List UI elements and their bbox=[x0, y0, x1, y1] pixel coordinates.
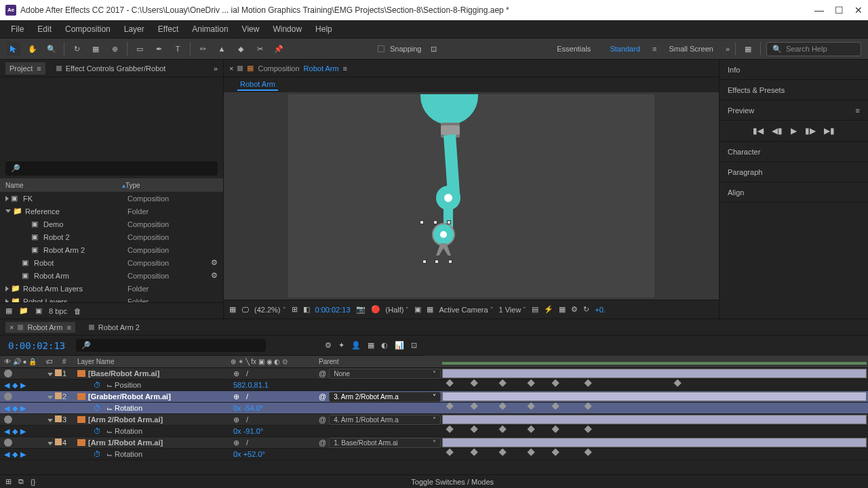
fast-preview-icon[interactable]: ⚡ bbox=[544, 305, 553, 314]
panbehind-tool-icon[interactable]: ⊕ bbox=[108, 42, 121, 56]
delete-icon[interactable]: 🗑 bbox=[74, 307, 81, 315]
play-icon[interactable]: ▶ bbox=[791, 126, 797, 136]
library-icon[interactable]: ▦ bbox=[741, 42, 755, 56]
stopwatch-icon[interactable]: ⏱ bbox=[94, 427, 101, 435]
stopwatch-icon[interactable]: ⏱ bbox=[94, 404, 101, 412]
align-panel-tab[interactable]: Align bbox=[719, 182, 868, 203]
keyframe-icon[interactable] bbox=[499, 426, 507, 433]
new-folder-icon[interactable]: 📁 bbox=[19, 306, 28, 315]
project-item[interactable]: ▣FKComposition bbox=[0, 192, 223, 205]
pixel-aspect-icon[interactable]: ▤ bbox=[532, 305, 538, 314]
keyframe-icon[interactable] bbox=[471, 380, 478, 387]
pickwhip-icon[interactable]: @ bbox=[319, 439, 326, 447]
visibility-toggle-icon[interactable] bbox=[4, 369, 12, 378]
keyframe-icon[interactable] bbox=[499, 380, 507, 387]
text-tool-icon[interactable]: T bbox=[171, 42, 184, 56]
shy-icon[interactable]: 👤 bbox=[351, 341, 361, 350]
keyframe-icon[interactable] bbox=[585, 403, 592, 410]
paragraph-panel-tab[interactable]: Paragraph bbox=[719, 162, 868, 182]
maximize-button[interactable]: ☐ bbox=[835, 5, 844, 16]
menu-animation[interactable]: Animation bbox=[186, 22, 233, 37]
next-keyframe-icon[interactable]: ▶ bbox=[20, 427, 26, 436]
selection-handle[interactable] bbox=[433, 220, 437, 224]
add-keyframe-icon[interactable]: ◆ bbox=[12, 381, 18, 390]
selection-handle[interactable] bbox=[435, 260, 439, 264]
snap-options-icon[interactable]: ⊡ bbox=[427, 42, 441, 56]
pickwhip-icon[interactable]: @ bbox=[319, 369, 326, 378]
camera-tool-icon[interactable]: ▦ bbox=[89, 42, 102, 56]
keyframe-icon[interactable] bbox=[585, 449, 592, 456]
next-frame-icon[interactable]: ▮▶ bbox=[805, 126, 816, 136]
prev-keyframe-icon[interactable]: ◀ bbox=[4, 404, 9, 413]
last-frame-icon[interactable]: ▶▮ bbox=[824, 126, 835, 136]
timecode-display[interactable]: 0:00:02:13 bbox=[315, 306, 351, 314]
tl-zoom-icon[interactable]: ⧉ bbox=[18, 477, 24, 486]
minimize-button[interactable]: — bbox=[814, 5, 824, 16]
keyframe-icon[interactable] bbox=[499, 403, 507, 410]
keyframe-icon[interactable] bbox=[528, 380, 535, 387]
parent-dropdown[interactable]: None˅ bbox=[329, 369, 441, 379]
channel-icon[interactable]: 🔴 bbox=[371, 305, 380, 314]
layer-duration-bar[interactable] bbox=[442, 438, 867, 447]
menu-layer[interactable]: Layer bbox=[119, 22, 150, 37]
property-value[interactable]: 0x +52.0° bbox=[233, 450, 265, 458]
timeline-timecode[interactable]: 0:00:02:13 bbox=[0, 340, 73, 351]
timeline-layer-row[interactable]: 3 [Arm 2/Robot Arm.ai] ⊕/ @4. Arm 1/Robo… bbox=[0, 414, 868, 426]
timeline-property-row[interactable]: ◀◆▶ ⏱⌙ Position 582.0,81.1 bbox=[0, 380, 868, 391]
effects-presets-panel-tab[interactable]: Effects & Presets bbox=[719, 80, 868, 100]
project-item[interactable]: 📁Robot LayersFolder bbox=[0, 295, 223, 302]
add-keyframe-icon[interactable]: ◆ bbox=[12, 404, 18, 413]
keyframe-icon[interactable] bbox=[585, 426, 592, 433]
tl-options-icon[interactable]: {} bbox=[31, 478, 35, 486]
draft-3d-icon[interactable]: ✦ bbox=[338, 341, 344, 350]
composition-name[interactable]: Robot Arm bbox=[304, 64, 339, 73]
layer-duration-bar[interactable] bbox=[442, 392, 867, 401]
comp-flowchart-icon[interactable]: ▦ bbox=[247, 64, 254, 73]
pickwhip-icon[interactable]: @ bbox=[319, 392, 326, 401]
keyframe-icon[interactable] bbox=[446, 426, 454, 433]
project-item[interactable]: ▣RobotComposition⚙ bbox=[0, 256, 223, 269]
visibility-toggle-icon[interactable] bbox=[4, 392, 12, 401]
keyframe-icon[interactable] bbox=[446, 403, 454, 410]
composition-viewer[interactable] bbox=[224, 92, 719, 300]
layer-duration-bar[interactable] bbox=[442, 369, 867, 378]
grid-icon[interactable]: ⊞ bbox=[292, 305, 298, 314]
stopwatch-icon[interactable]: ⏱ bbox=[94, 450, 101, 458]
keyframe-icon[interactable] bbox=[471, 449, 478, 456]
tab-close-icon[interactable]: × bbox=[229, 64, 233, 73]
visibility-toggle-icon[interactable] bbox=[4, 439, 12, 447]
timeline-search-input[interactable]: 🔎 bbox=[76, 339, 266, 352]
workspace-standard[interactable]: Standard bbox=[603, 42, 647, 56]
keyframe-icon[interactable] bbox=[552, 380, 559, 387]
timeline-property-row[interactable]: ◀◆▶ ⏱⌙ Rotation 0x +52.0° bbox=[0, 449, 868, 460]
stopwatch-icon[interactable]: ⏱ bbox=[94, 381, 101, 389]
menu-window[interactable]: Window bbox=[267, 22, 307, 37]
project-item[interactable]: ▣DemoComposition bbox=[0, 218, 223, 230]
panel-menu-icon[interactable]: ≡ bbox=[856, 106, 860, 115]
property-value[interactable]: 0x -91.0° bbox=[233, 427, 263, 435]
keyframe-icon[interactable] bbox=[471, 403, 478, 410]
workspace-menu-icon[interactable]: ≡ bbox=[652, 45, 656, 53]
snapping-checkbox[interactable] bbox=[378, 45, 384, 52]
keyframe-icon[interactable] bbox=[446, 380, 454, 387]
parent-dropdown[interactable]: 4. Arm 1/Robot Arm.a˅ bbox=[329, 415, 441, 425]
project-item[interactable]: ▣Robot 2Composition bbox=[0, 230, 223, 243]
snapshot-icon[interactable]: 📷 bbox=[356, 305, 366, 314]
flowchart-icon[interactable]: ⚙ bbox=[571, 305, 578, 314]
views-dropdown[interactable]: 1 View bbox=[499, 306, 527, 314]
timeline-layer-row[interactable]: 4 [Arm 1/Robot Arm.ai] ⊕/ @1. Base/Robot… bbox=[0, 437, 868, 449]
project-item[interactable]: ▣Robot ArmComposition⚙ bbox=[0, 269, 223, 282]
roi-icon[interactable]: ▣ bbox=[414, 305, 421, 314]
eraser-tool-icon[interactable]: ◆ bbox=[234, 42, 248, 56]
effect-controls-tab[interactable]: Effect Controls Grabber/Robot bbox=[52, 62, 170, 75]
zoom-dropdown[interactable]: (42.2%) bbox=[254, 306, 286, 314]
hand-tool-icon[interactable]: ✋ bbox=[26, 42, 39, 56]
timeline-tab-robot-arm-2[interactable]: Robot Arm 2 bbox=[85, 322, 144, 333]
parent-dropdown[interactable]: 1. Base/Robot Arm.ai˅ bbox=[329, 438, 441, 448]
property-value[interactable]: 582.0,81.1 bbox=[233, 381, 269, 389]
property-value[interactable]: 0x -54.0° bbox=[233, 404, 263, 412]
workspace-overflow-icon[interactable]: » bbox=[726, 45, 730, 53]
selection-tool-icon[interactable] bbox=[7, 42, 20, 56]
panel-menu-icon[interactable]: ≡ bbox=[343, 64, 347, 73]
keyframe-icon[interactable] bbox=[528, 449, 535, 456]
